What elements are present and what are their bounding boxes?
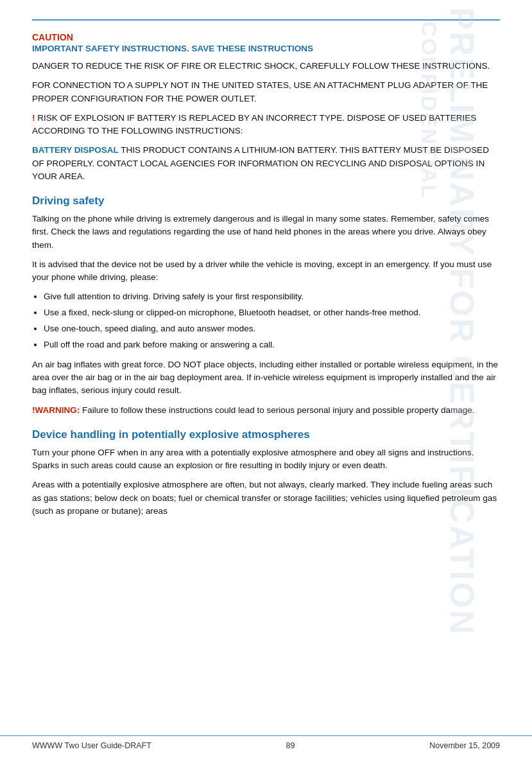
list-item: Give full attention to driving. Driving … — [44, 290, 500, 304]
explosive-heading: Device handling in potentially explosive… — [32, 428, 500, 441]
danger-paragraph: DANGER TO REDUCE THE RISK OF FIRE OR ELE… — [32, 60, 500, 73]
connection-paragraph: FOR CONNECTION TO A SUPPLY NOT IN THE UN… — [32, 79, 500, 105]
page-footer: WWWW Two User Guide-DRAFT 89 November 15… — [0, 735, 532, 750]
page: PRELIMINARY FOR CERTIFICATION CONFIDENTI… — [0, 0, 532, 763]
battery-disposal-paragraph: BATTERY DISPOSAL THIS PRODUCT CONTAINS A… — [32, 144, 500, 183]
list-item: Pull off the road and park before making… — [44, 338, 500, 352]
list-item: Use one-touch, speed dialing, and auto a… — [44, 322, 500, 336]
footer-center: 89 — [286, 741, 295, 750]
top-border — [32, 19, 500, 21]
caution-label: CAUTION — [32, 32, 500, 42]
explosion-paragraph: ! RISK OF EXPLOSION IF BATTERY IS REPLAC… — [32, 112, 500, 138]
airbag-paragraph: An air bag inflates with great force. DO… — [32, 358, 500, 398]
explosive-para-1: Turn your phone OFF when in any area wit… — [32, 446, 500, 473]
battery-disposal-label: BATTERY DISPOSAL — [32, 145, 119, 155]
warning-text: Failure to follow these instructions cou… — [80, 405, 474, 415]
driving-para-1: Talking on the phone while driving is ex… — [32, 213, 500, 252]
footer-left: WWWW Two User Guide-DRAFT — [32, 741, 151, 750]
driving-para-2: It is advised that the device not be use… — [32, 258, 500, 285]
driving-bullet-list: Give full attention to driving. Driving … — [44, 290, 500, 352]
footer-right: November 15, 2009 — [429, 741, 500, 750]
warning-label: WARNING: — [35, 405, 80, 415]
explosive-para-2: Areas with a potentially explosive atmos… — [32, 478, 500, 518]
driving-safety-heading: Driving safety — [32, 195, 500, 207]
list-item: Use a fixed, neck-slung or clipped-on mi… — [44, 306, 500, 320]
warning-paragraph: !WARNING: Failure to follow these instru… — [32, 404, 500, 417]
important-safety-label: IMPORTANT SAFETY INSTRUCTIONS. SAVE THES… — [32, 44, 500, 53]
explosion-text: RISK OF EXPLOSION IF BATTERY IS REPLACED… — [32, 113, 476, 136]
